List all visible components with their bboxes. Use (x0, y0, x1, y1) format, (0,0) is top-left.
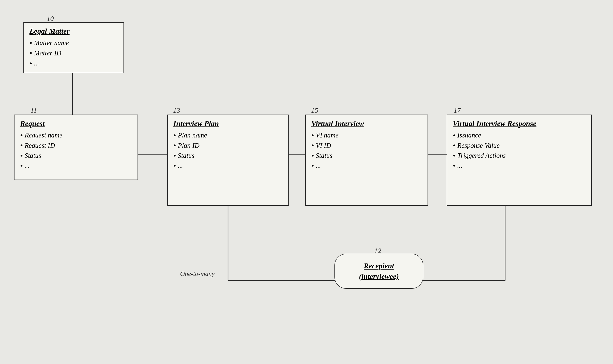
ref-13: 13 (173, 106, 180, 114)
interview-plan-title: Interview Plan (173, 119, 283, 128)
recipient-box: Recepient (interviewee) (334, 254, 423, 289)
request-field-3: Status (20, 151, 132, 161)
diagram-container: 10 Legal Matter Matter name Matter ID ..… (0, 0, 613, 364)
legal-matter-box: Legal Matter Matter name Matter ID ... (23, 22, 124, 73)
one-to-many-label: One-to-many (180, 270, 215, 277)
virtual-interview-field-2: VI ID (311, 141, 422, 151)
request-title: Request (20, 119, 132, 128)
recipient-title: Recepient (interviewee) (344, 261, 413, 282)
virtual-interview-field-1: VI name (311, 130, 422, 141)
vir-field-3: Triggered Actions (453, 151, 586, 161)
ref-17: 17 (454, 106, 461, 114)
vir-field-4: ... (453, 161, 586, 171)
interview-plan-box: Interview Plan Plan name Plan ID Status … (167, 115, 289, 206)
ref-10: 10 (47, 14, 54, 22)
ref-15: 15 (311, 106, 318, 114)
interview-plan-field-1: Plan name (173, 130, 283, 141)
ref-11: 11 (30, 106, 37, 114)
virtual-interview-response-fields: Issuance Response Value Triggered Action… (453, 130, 586, 171)
legal-matter-title: Legal Matter (29, 27, 118, 36)
legal-matter-field-3: ... (29, 58, 118, 68)
legal-matter-field-2: Matter ID (29, 48, 118, 58)
request-box: Request Request name Request ID Status .… (14, 115, 138, 180)
virtual-interview-title: Virtual Interview (311, 119, 422, 128)
virtual-interview-response-box: Virtual Interview Response Issuance Resp… (447, 115, 592, 206)
interview-plan-field-4: ... (173, 161, 283, 171)
vir-field-1: Issuance (453, 130, 586, 141)
interview-plan-field-2: Plan ID (173, 141, 283, 151)
ref-12: 12 (374, 247, 381, 255)
virtual-interview-box: Virtual Interview VI name VI ID Status .… (305, 115, 428, 206)
legal-matter-fields: Matter name Matter ID ... (29, 38, 118, 68)
virtual-interview-fields: VI name VI ID Status ... (311, 130, 422, 171)
virtual-interview-response-title: Virtual Interview Response (453, 119, 586, 128)
interview-plan-fields: Plan name Plan ID Status ... (173, 130, 283, 171)
request-field-1: Request name (20, 130, 132, 141)
virtual-interview-field-3: Status (311, 151, 422, 161)
interview-plan-field-3: Status (173, 151, 283, 161)
request-field-2: Request ID (20, 141, 132, 151)
request-field-4: ... (20, 161, 132, 171)
legal-matter-field-1: Matter name (29, 38, 118, 48)
virtual-interview-field-4: ... (311, 161, 422, 171)
vir-field-2: Response Value (453, 141, 586, 151)
request-fields: Request name Request ID Status ... (20, 130, 132, 171)
